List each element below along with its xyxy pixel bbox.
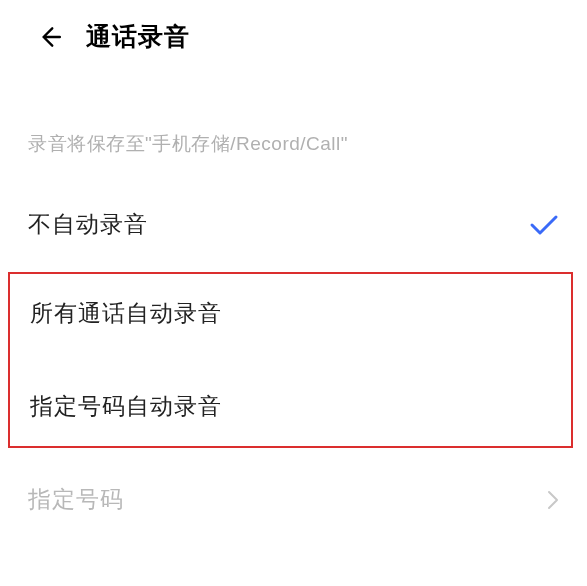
header: 通话录音 bbox=[0, 0, 587, 73]
back-icon[interactable] bbox=[36, 24, 62, 50]
check-icon bbox=[529, 213, 559, 237]
chevron-right-icon bbox=[547, 490, 559, 510]
highlight-box: 所有通话自动录音 指定号码自动录音 bbox=[8, 272, 573, 448]
option-label: 不自动录音 bbox=[28, 209, 148, 240]
option-all-calls-auto-record[interactable]: 所有通话自动录音 bbox=[10, 278, 571, 349]
specified-numbers-label: 指定号码 bbox=[28, 484, 124, 515]
page-title: 通话录音 bbox=[86, 20, 190, 53]
specified-numbers-row[interactable]: 指定号码 bbox=[0, 448, 587, 535]
option-specific-numbers-auto-record[interactable]: 指定号码自动录音 bbox=[10, 371, 571, 442]
storage-hint: 录音将保存至"手机存储/Record/Call" bbox=[0, 73, 587, 189]
option-no-auto-record[interactable]: 不自动录音 bbox=[0, 189, 587, 260]
